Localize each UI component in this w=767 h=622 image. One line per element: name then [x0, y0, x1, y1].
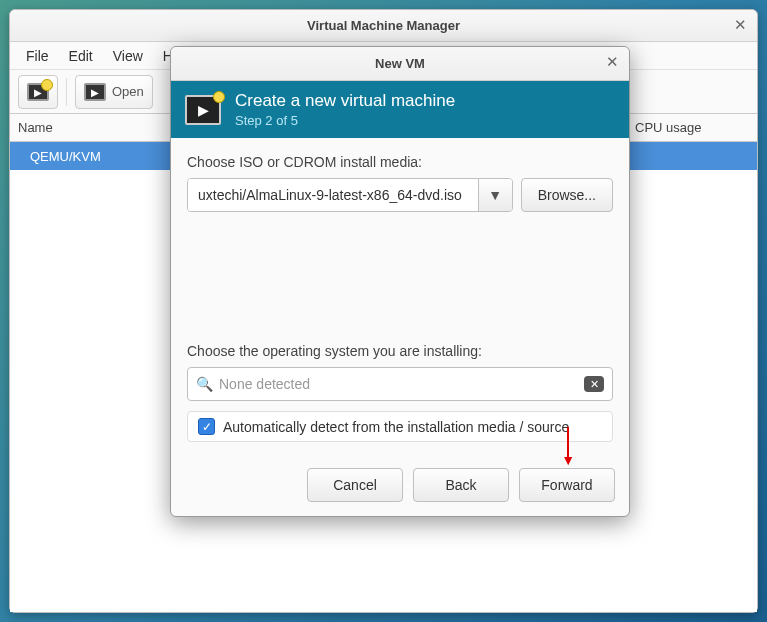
browse-button[interactable]: Browse... [521, 178, 613, 212]
open-label: Open [112, 84, 144, 99]
autodetect-row[interactable]: ✓ Automatically detect from the installa… [187, 411, 613, 442]
monitor-new-icon [27, 83, 49, 101]
dialog-step: Step 2 of 5 [235, 113, 455, 128]
dialog-window-title: New VM [375, 56, 425, 71]
media-row: ▼ Browse... [187, 178, 613, 212]
menu-edit[interactable]: Edit [59, 44, 103, 68]
autodetect-checkbox[interactable]: ✓ [198, 418, 215, 435]
back-button[interactable]: Back [413, 468, 509, 502]
dialog-titlebar: New VM ✕ [171, 47, 629, 81]
media-label: Choose ISO or CDROM install media: [187, 154, 613, 170]
monitor-icon [84, 83, 106, 101]
dialog-body: Choose ISO or CDROM install media: ▼ Bro… [171, 138, 629, 458]
dialog-banner: Create a new virtual machine Step 2 of 5 [171, 81, 629, 138]
dialog-title: Create a new virtual machine [235, 91, 455, 111]
autodetect-label: Automatically detect from the installati… [223, 419, 569, 435]
clear-icon[interactable]: ✕ [584, 376, 604, 392]
new-vm-dialog: New VM ✕ Create a new virtual machine St… [170, 46, 630, 517]
column-cpu[interactable]: CPU usage [627, 120, 757, 135]
os-search: 🔍 ✕ [187, 367, 613, 401]
media-input[interactable] [188, 179, 478, 211]
open-vm-button[interactable]: Open [75, 75, 153, 109]
os-input[interactable] [219, 376, 578, 392]
row-label: QEMU/KVM [30, 149, 101, 164]
vm-banner-icon [185, 95, 221, 125]
cancel-button[interactable]: Cancel [307, 468, 403, 502]
os-label: Choose the operating system you are inst… [187, 343, 613, 359]
search-icon: 🔍 [196, 376, 213, 392]
main-titlebar: Virtual Machine Manager ✕ [10, 10, 757, 42]
new-vm-button[interactable] [18, 75, 58, 109]
main-window-title: Virtual Machine Manager [307, 18, 460, 33]
close-icon[interactable]: ✕ [731, 16, 749, 34]
dialog-footer: Cancel Back Forward [171, 458, 629, 516]
forward-button[interactable]: Forward [519, 468, 615, 502]
menu-file[interactable]: File [16, 44, 59, 68]
menu-view[interactable]: View [103, 44, 153, 68]
toolbar-separator [66, 78, 67, 106]
media-combo: ▼ [187, 178, 513, 212]
dialog-header-text: Create a new virtual machine Step 2 of 5 [235, 91, 455, 128]
dialog-close-icon[interactable]: ✕ [603, 53, 621, 71]
chevron-down-icon[interactable]: ▼ [478, 179, 512, 211]
